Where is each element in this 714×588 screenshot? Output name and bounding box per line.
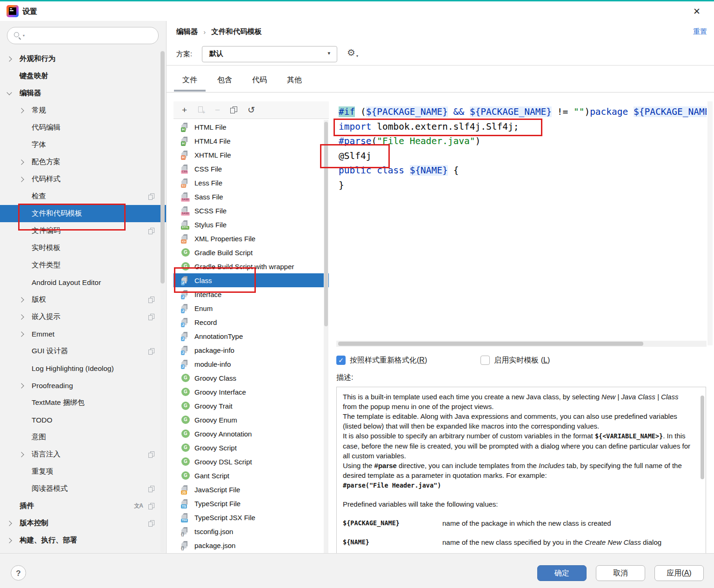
list-item-scss-file[interactable]: SASSSCSS File	[173, 204, 329, 218]
list-item-groovy-interface[interactable]: GGroovy Interface	[173, 385, 329, 399]
sidebar-item-proofreading[interactable]: Proofreading	[0, 377, 166, 394]
chevron-right-icon[interactable]	[19, 452, 24, 457]
sidebar-item-gui-designer[interactable]: GUI 设计器	[0, 343, 166, 360]
list-item-groovy-script[interactable]: GGroovy Script	[173, 441, 329, 455]
list-item-javascript-file[interactable]: JSJavaScript File	[173, 482, 329, 496]
revert-template-icon[interactable]: ↺	[247, 106, 255, 114]
list-item-gradle-build-script-wrapper[interactable]: GGradle Build Script with wrapper	[173, 259, 329, 273]
sidebar-item-file-and-code-templates[interactable]: 文件和代码模板	[0, 205, 166, 222]
list-item-module-info[interactable]: Jmodule-info	[173, 357, 329, 371]
scheme-actions-button[interactable]: ⚙ ▾	[347, 47, 361, 61]
list-item-html4-file[interactable]: HHTML4 File	[173, 134, 329, 148]
list-item-css-file[interactable]: CSSCSS File	[173, 162, 329, 176]
sidebar-item-code-style[interactable]: 代码样式	[0, 171, 166, 188]
chevron-right-icon[interactable]	[19, 297, 24, 302]
copy-template-icon[interactable]: +	[197, 106, 205, 114]
list-item-html-file[interactable]: HHTML File	[173, 120, 329, 134]
sidebar-item-reader-mode[interactable]: 阅读器模式	[0, 480, 166, 497]
list-item-groovy-trait[interactable]: GGroovy Trait	[173, 399, 329, 413]
apply-button[interactable]: 应用(A)	[654, 565, 704, 581]
add-template-icon[interactable]: +	[182, 106, 187, 114]
description-scrollbar[interactable]	[701, 389, 705, 571]
template-code-editor[interactable]: #if (${PACKAGE_NAME} && ${PACKAGE_NAME} …	[336, 101, 707, 340]
settings-search-box[interactable]: ▾	[7, 27, 159, 44]
list-item-package-info[interactable]: Jpackage-info	[173, 343, 329, 357]
list-item-gant-script[interactable]: GGant Script	[173, 469, 329, 482]
sidebar-scrollbar[interactable]	[160, 50, 165, 552]
list-item-gradle-build-script[interactable]: GGradle Build Script	[173, 245, 329, 259]
sidebar-item-inspections[interactable]: 检查	[0, 188, 166, 205]
chevron-down-icon[interactable]	[7, 90, 12, 95]
sidebar-item-plugins[interactable]: 插件文A	[0, 497, 166, 515]
sidebar-item-todo[interactable]: TODO	[0, 411, 166, 429]
reformat-checkbox[interactable]: ✓	[336, 356, 346, 365]
sidebar-item-code-editing[interactable]: 代码编辑	[0, 119, 166, 136]
tab-文件[interactable]: 文件	[174, 72, 206, 90]
sidebar-item-version-control[interactable]: 版本控制	[0, 515, 166, 532]
list-item-less-file[interactable]: (L)Less File	[173, 176, 329, 190]
ok-button[interactable]: 确定	[537, 565, 587, 581]
close-icon[interactable]: ✕	[690, 5, 704, 18]
tab-包含[interactable]: 包含	[209, 72, 240, 90]
chevron-right-icon[interactable]	[19, 177, 24, 182]
sidebar-item-keymap[interactable]: 键盘映射	[0, 67, 166, 85]
list-item-typescript-file[interactable]: TSTypeScript File	[173, 496, 329, 510]
sidebar-item-intentions[interactable]: 意图	[0, 429, 166, 446]
sidebar-item-duplicates[interactable]: 重复项	[0, 463, 166, 480]
live-template-checkbox[interactable]	[480, 356, 490, 365]
list-item-package-json[interactable]: {}package.json	[173, 538, 329, 552]
editor-horizontal-scrollbar[interactable]	[336, 341, 707, 347]
list-item-interface[interactable]: JInterface	[173, 287, 329, 301]
list-item-sass-file[interactable]: SASSSass File	[173, 190, 329, 204]
chevron-right-icon[interactable]	[19, 331, 24, 337]
list-item-xhtml-file[interactable]: HXHTML File	[173, 148, 329, 162]
reset-link[interactable]: 重置	[693, 27, 707, 36]
list-item-groovy-enum[interactable]: GGroovy Enum	[173, 413, 329, 427]
list-item-typescript-jsx-file[interactable]: TSXTypeScript JSX File	[173, 510, 329, 524]
list-item-stylus-file[interactable]: STYLStylus File	[173, 218, 329, 231]
list-item-enum[interactable]: JEnum	[173, 301, 329, 315]
list-item-class[interactable]: JClass	[173, 273, 329, 287]
list-item-xml-properties-file[interactable]: <>XML Properties File	[173, 231, 329, 245]
sidebar-item-android-layout-editor[interactable]: Android Layout Editor	[0, 274, 166, 291]
breadcrumb-editor[interactable]: 编辑器	[176, 27, 198, 37]
chevron-right-icon[interactable]	[19, 159, 24, 165]
list-item-groovy-annotation[interactable]: GGroovy Annotation	[173, 427, 329, 441]
sidebar-item-emmet[interactable]: Emmet	[0, 325, 166, 343]
sidebar-item-live-templates[interactable]: 实时模板	[0, 239, 166, 257]
help-button[interactable]: ?	[11, 565, 26, 581]
sidebar-item-inlay-hints[interactable]: 嵌入提示	[0, 308, 166, 325]
list-item-annotationtype[interactable]: JAnnotationType	[173, 329, 329, 343]
duplicate-template-icon[interactable]	[230, 106, 237, 113]
list-item-groovy-class[interactable]: GGroovy Class	[173, 371, 329, 385]
chevron-right-icon[interactable]	[19, 314, 24, 319]
chevron-right-icon[interactable]	[19, 383, 24, 388]
chevron-right-icon[interactable]	[19, 108, 24, 113]
sidebar-item-language-injections[interactable]: 语言注入	[0, 446, 166, 463]
scheme-select[interactable]: 默认 ▾	[202, 46, 337, 62]
sidebar-item-log-highlighting[interactable]: Log Highlighting (Ideolog)	[0, 360, 166, 377]
tab-代码[interactable]: 代码	[244, 72, 275, 90]
editor-vertical-scrollbar[interactable]	[707, 101, 713, 345]
sidebar-item-color-scheme[interactable]: 配色方案	[0, 153, 166, 171]
chevron-right-icon[interactable]	[7, 521, 12, 526]
sidebar-item-build-execution-deployment[interactable]: 构建、执行、部署	[0, 532, 166, 549]
sidebar-item-textmate-bundles[interactable]: TextMate 捆绑包	[0, 394, 166, 411]
sidebar-item-general[interactable]: 常规	[0, 102, 166, 119]
chevron-right-icon[interactable]	[7, 56, 12, 61]
sidebar-item-file-types[interactable]: 文件类型	[0, 257, 166, 274]
chevron-right-icon[interactable]	[7, 538, 12, 543]
sidebar-item-file-encodings[interactable]: 文件编码	[0, 222, 166, 239]
sidebar-item-copyright[interactable]: 版权	[0, 291, 166, 308]
list-scrollbar[interactable]	[324, 120, 328, 572]
list-item-groovy-dsl-script[interactable]: GGroovy DSL Script	[173, 455, 329, 469]
list-item-tsconfig-json[interactable]: {}tsconfig.json	[173, 524, 329, 538]
sidebar-item-appearance-and-behavior[interactable]: 外观和行为	[0, 50, 166, 67]
tab-其他[interactable]: 其他	[279, 72, 310, 90]
search-input[interactable]	[31, 29, 151, 42]
sidebar-item-font[interactable]: 字体	[0, 136, 166, 153]
sidebar-item-editor[interactable]: 编辑器	[0, 85, 166, 102]
cancel-button[interactable]: 取消	[596, 565, 645, 581]
list-item-record[interactable]: JRecord	[173, 315, 329, 329]
remove-template-icon[interactable]: −	[215, 106, 220, 114]
